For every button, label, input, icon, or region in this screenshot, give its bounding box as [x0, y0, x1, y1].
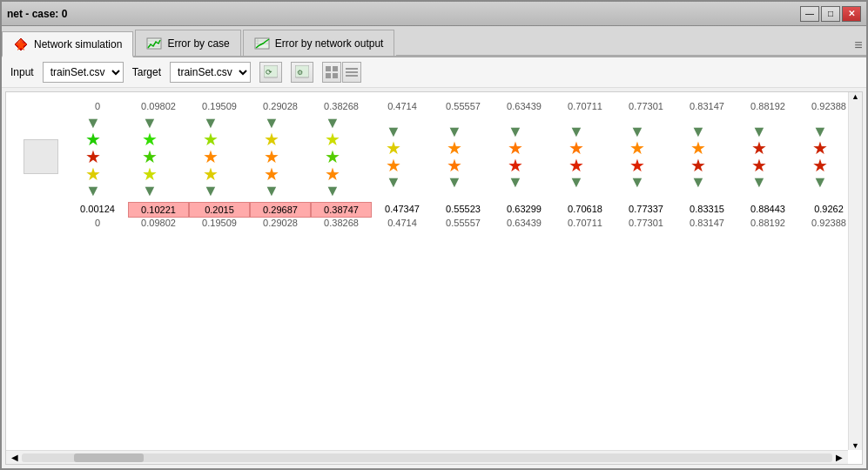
scroll-left-button[interactable]: ◀ [8, 451, 22, 465]
tgt-9: 0.77301 [616, 218, 676, 228]
svg-rect-15 [326, 66, 331, 71]
tgt-2: 0.19509 [189, 218, 250, 228]
arrow-bot-8: ▼ [569, 174, 584, 190]
close-button[interactable]: ✕ [842, 6, 861, 22]
stars-section: ▼ ★ ★ ★ ▼ ▼ ★ ★ ★ ▼ [15, 115, 853, 198]
arrow-7: ▼ [508, 124, 523, 139]
out-9: 0.77337 [616, 202, 676, 218]
input-val-9: 0.77301 [616, 101, 676, 111]
star-bot-2: ★ [203, 165, 219, 183]
out-11: 0.88443 [737, 202, 798, 218]
star-top-9: ★ [629, 139, 645, 157]
refresh-button[interactable]: ⟳ [259, 62, 282, 83]
scroll-track[interactable] [22, 453, 832, 462]
scroll-right-button[interactable]: ▶ [832, 451, 846, 465]
error-by-network-output-icon [254, 37, 270, 50]
arrow-bot-11: ▼ [751, 174, 767, 190]
content-scroll[interactable]: 0 0.09802 0.19509 0.29028 0.38268 0.4714… [6, 92, 862, 464]
arrow-2: ▼ [203, 115, 219, 131]
star-mid-10: ★ [690, 157, 706, 174]
settings-icon: ⚙ [295, 65, 309, 79]
maximize-button[interactable]: □ [821, 6, 840, 22]
tgt-11: 0.88192 [737, 218, 798, 228]
label-area [15, 115, 67, 198]
out-1: 0.10221 [128, 202, 189, 218]
input-val-8: 0.70711 [555, 101, 616, 111]
output-row-label [15, 202, 67, 218]
horizontal-scrollbar[interactable]: ◀ ▶ [6, 450, 848, 464]
star-top-1: ★ [142, 131, 158, 148]
tab-error-by-network-output[interactable]: Error by network output [243, 30, 395, 56]
svg-rect-17 [326, 73, 331, 78]
network-simulation-icon [13, 37, 29, 51]
settings-button[interactable]: ⚙ [291, 62, 313, 83]
star-top-7: ★ [508, 139, 523, 157]
arrow-4: ▼ [325, 115, 340, 131]
window-title: net - case: 0 [7, 8, 67, 20]
arrow-10: ▼ [690, 124, 706, 139]
svg-rect-21 [346, 75, 358, 77]
arrow-5: ▼ [386, 124, 401, 139]
out-5: 0.47347 [372, 202, 433, 218]
view-buttons [322, 62, 361, 83]
star-col-4: ▼ ★ ★ ★ ▼ [302, 115, 363, 198]
label-box [24, 139, 58, 174]
star-col-5: ▼ ★ ★ ▼ [363, 115, 424, 198]
tgt-8: 0.70711 [555, 218, 616, 228]
input-val-7: 0.63439 [494, 101, 555, 111]
star-top-8: ★ [569, 139, 584, 157]
tab-network-simulation[interactable]: Network simulation [2, 31, 133, 57]
out-0: 0.00124 [67, 202, 128, 218]
tgt-10: 0.83147 [676, 218, 737, 228]
star-col-12: ▼ ★ ★ ▼ [790, 115, 851, 198]
scroll-up-button[interactable]: ▲ [849, 92, 862, 101]
out-6: 0.55523 [433, 202, 494, 218]
arrow-bot-5: ▼ [386, 174, 401, 190]
arrow-bot-0: ▼ [85, 183, 101, 198]
input-val-2: 0.19509 [189, 101, 250, 111]
target-select[interactable]: trainSet.csv [170, 62, 251, 83]
tgt-0: 0 [67, 218, 128, 228]
star-mid-7: ★ [508, 157, 523, 174]
scroll-thumb[interactable] [74, 453, 144, 462]
out-7: 0.63299 [494, 202, 555, 218]
corner-cell [15, 101, 67, 111]
star-top-12: ★ [812, 139, 828, 157]
scroll-down-button[interactable]: ▼ [849, 441, 862, 450]
tgt-7: 0.63439 [494, 218, 555, 228]
star-col-1: ▼ ★ ★ ★ ▼ [119, 115, 180, 198]
star-mid-8: ★ [569, 157, 584, 174]
star-top-11: ★ [751, 139, 767, 157]
tab-menu-button[interactable]: ≡ [851, 37, 866, 56]
star-top-10: ★ [690, 139, 706, 157]
list-view-button[interactable] [342, 62, 361, 83]
minimize-button[interactable]: — [800, 6, 819, 22]
tgt-5: 0.4714 [372, 218, 433, 228]
arrow-bot-7: ▼ [508, 174, 523, 190]
tab-error-by-case[interactable]: Error by case [135, 30, 240, 56]
grid-view-icon [326, 66, 338, 78]
star-bot-0: ★ [85, 165, 101, 183]
tab-error-by-case-label: Error by case [167, 37, 229, 50]
arrow-12: ▼ [812, 124, 828, 139]
arrow-1: ▼ [142, 115, 158, 131]
star-columns: ▼ ★ ★ ★ ▼ ▼ ★ ★ ★ ▼ [67, 115, 862, 198]
arrow-11: ▼ [751, 124, 767, 139]
arrow-bot-6: ▼ [447, 174, 462, 190]
star-mid-11: ★ [751, 157, 767, 174]
target-label: Target [132, 66, 161, 78]
arrow-bot-9: ▼ [629, 174, 645, 190]
tgt-3: 0.29028 [250, 218, 311, 228]
svg-rect-18 [333, 73, 338, 78]
arrow-bot-12: ▼ [812, 174, 828, 190]
svg-text:⟳: ⟳ [266, 68, 273, 77]
input-label: Input [10, 66, 34, 78]
vertical-scrollbar[interactable]: ▲ ▼ [848, 92, 862, 450]
star-top-5: ★ [386, 139, 401, 157]
star-col-0: ▼ ★ ★ ★ ▼ [67, 115, 119, 198]
grid-view-button[interactable] [322, 62, 341, 83]
star-col-9: ▼ ★ ★ ▼ [607, 115, 668, 198]
tgt-4: 0.38268 [311, 218, 372, 228]
star-mid-4: ★ [325, 148, 340, 165]
input-select[interactable]: trainSet.csv [43, 62, 124, 83]
